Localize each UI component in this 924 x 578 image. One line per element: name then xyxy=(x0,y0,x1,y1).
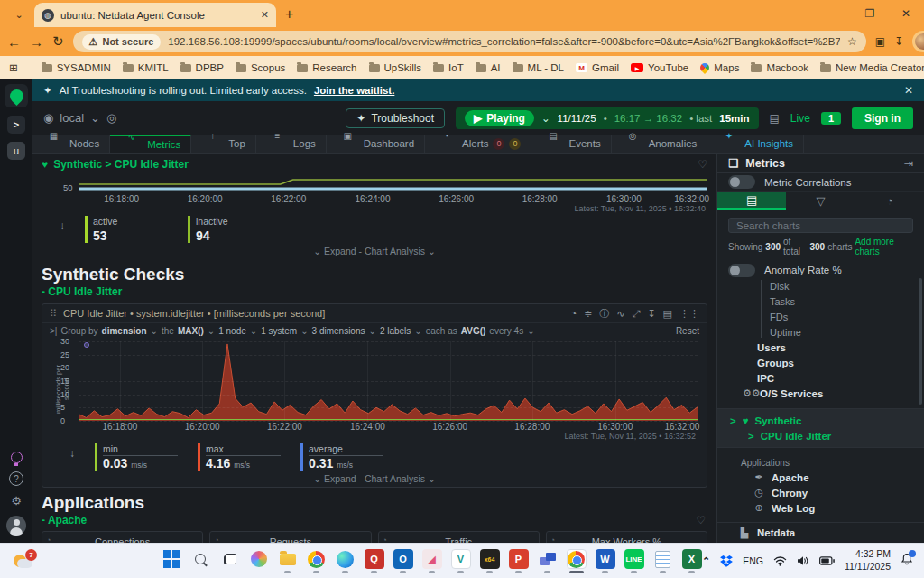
metric-correlations-toggle[interactable] xyxy=(728,175,755,189)
favorite-heart-icon[interactable]: ♡ xyxy=(696,514,706,527)
tab-alerts[interactable]: ◔Alerts00 xyxy=(425,135,531,153)
bookmark-folder[interactable]: IoT xyxy=(433,62,464,73)
back-icon[interactable]: ← xyxy=(7,34,21,50)
tree-item-synthetic[interactable]: >♥Synthetic xyxy=(717,413,924,428)
bookmark-folder[interactable]: ML - DL xyxy=(513,62,564,73)
tree-item-ipc[interactable]: IPC xyxy=(717,370,924,386)
banner-close-icon[interactable]: ✕ xyxy=(904,84,913,97)
settings-gear-icon[interactable]: ⚙ xyxy=(11,494,22,508)
p-app-button[interactable]: P xyxy=(507,549,530,574)
drag-handle-icon[interactable]: ⠿ xyxy=(50,308,57,320)
downloads-icon[interactable]: ↧ xyxy=(894,35,903,48)
bookmark-folder[interactable]: Macbook xyxy=(751,62,808,73)
tree-item-chrony[interactable]: ◷Chrony xyxy=(717,485,924,500)
tab-nodes[interactable]: ▦Nodes xyxy=(32,135,110,153)
tree-item-users[interactable]: Users xyxy=(717,340,924,355)
collapse-sidebar-icon[interactable]: ⇥ xyxy=(904,156,913,170)
start-button[interactable] xyxy=(161,549,183,574)
notifications-bell[interactable] xyxy=(901,553,913,569)
outlook-button[interactable]: O xyxy=(392,549,414,574)
sidebar-tab-filters[interactable]: ▽ xyxy=(786,192,855,210)
x64-app-button[interactable]: x64 xyxy=(478,549,501,574)
playing-button[interactable]: ▶Playing xyxy=(465,110,534,126)
lightbulb-icon[interactable] xyxy=(11,452,23,463)
sort-arrow-icon[interactable]: ↓ xyxy=(60,219,65,232)
reset-button[interactable]: Reset xyxy=(676,326,699,336)
bookmark-folder[interactable]: Research xyxy=(297,62,356,73)
bookmark-gmail[interactable]: MGmail xyxy=(576,62,619,73)
section-link-apache[interactable]: - Apache ♡ xyxy=(42,514,716,527)
tree-item-fds[interactable]: FDs xyxy=(717,309,924,324)
gauge-requests[interactable]: ◔ Requests 0.0000 xyxy=(209,531,371,543)
expand-chart-analysis-2[interactable]: ⌄ Expand - Chart Analysis ⌄ xyxy=(42,473,707,487)
search-button[interactable] xyxy=(189,549,212,574)
legend-item-min[interactable]: min 0.03 ms/s xyxy=(95,443,178,471)
dropbox-icon[interactable] xyxy=(720,555,733,567)
tree-item-cpu-idle-jitter[interactable]: >CPU Idle Jitter xyxy=(717,428,924,443)
bookmark-folder[interactable]: AI xyxy=(476,62,501,73)
reload-icon[interactable]: ↻ xyxy=(52,33,64,50)
collapse-icon[interactable]: >| xyxy=(50,326,57,336)
clock[interactable]: 4:32 PM 11/11/2025 xyxy=(845,548,891,573)
chrome-button[interactable] xyxy=(305,549,328,574)
download-icon[interactable]: ↧ xyxy=(647,308,655,320)
workspace-tile-u[interactable]: u xyxy=(7,142,25,160)
tab-top[interactable]: ↑Top xyxy=(191,135,256,153)
chart-breadcrumb[interactable]: ♥ Synthetic > CPU Idle Jitter ♡ xyxy=(32,154,716,173)
legend-item-inactive[interactable]: inactive 94 xyxy=(188,216,271,243)
edge-button[interactable] xyxy=(334,549,356,574)
tab-search-button[interactable]: ⌄ xyxy=(7,5,31,23)
tree-item-groups[interactable]: Groups xyxy=(717,355,924,370)
gauge-connections[interactable]: ◔ Connections 1 xyxy=(42,531,203,543)
window-close-button[interactable]: ✕ xyxy=(888,0,924,27)
not-secure-badge[interactable]: ⚠Not secure xyxy=(82,34,162,50)
language-indicator[interactable]: ENG xyxy=(743,555,763,566)
gauge-traffic[interactable]: ◔ Traffic xyxy=(378,531,540,543)
bookmark-folder[interactable]: Scopus xyxy=(236,62,285,73)
window-minimize-button[interactable]: — xyxy=(816,0,852,27)
tree-item-disk[interactable]: Disk xyxy=(717,278,924,294)
chrome-active-button[interactable] xyxy=(565,549,587,574)
tree-item-uptime[interactable]: Uptime xyxy=(717,324,924,340)
user-avatar[interactable] xyxy=(6,516,26,536)
node-settings-icon[interactable]: ◎ xyxy=(106,111,116,125)
drag-grid-icon[interactable]: ⋮⋮ xyxy=(679,308,699,320)
bookmark-maps[interactable]: Maps xyxy=(700,62,739,73)
labels-dropdown[interactable]: 2 labels xyxy=(380,326,411,336)
favorite-heart-icon[interactable]: ♡ xyxy=(698,158,707,171)
info-icon[interactable]: ⓘ xyxy=(599,307,609,321)
tree-item-netdata[interactable]: ▙Netdata xyxy=(717,523,924,543)
tree-item-tasks[interactable]: Tasks xyxy=(717,294,924,309)
excel-button[interactable]: X xyxy=(680,549,703,574)
tab-logs[interactable]: ≡Logs xyxy=(256,135,327,153)
sign-in-button[interactable]: Sign in xyxy=(852,107,913,129)
sort-arrow-icon[interactable]: ↓ xyxy=(69,447,75,460)
time-range-picker[interactable]: ▶Playing ⌄ 11/11/25 • 16:17 → 16:32 • la… xyxy=(456,107,758,129)
tab-close-icon[interactable]: ✕ xyxy=(261,9,269,21)
profile-button[interactable]: School xyxy=(912,31,924,52)
sidebar-tab-alerts[interactable]: ◔ xyxy=(855,192,924,210)
copilot-button[interactable] xyxy=(247,549,270,574)
troubleshoot-button[interactable]: ✦Troubleshoot xyxy=(346,108,445,128)
aggregation-dropdown[interactable]: MAX() xyxy=(178,326,204,336)
battery-icon[interactable] xyxy=(819,556,835,565)
instances-dropdown[interactable]: 1 system xyxy=(261,326,297,336)
tree-item-apache[interactable]: ✒Apache xyxy=(717,470,924,485)
tab-dashboard[interactable]: ▣Dashboard xyxy=(327,135,425,153)
wifi-icon[interactable] xyxy=(773,555,787,566)
netdata-logo[interactable] xyxy=(5,84,28,107)
alerts-bell-icon[interactable]: ◔ xyxy=(570,308,577,319)
tree-item-os-services[interactable]: ⚙⚙O/S Services xyxy=(717,386,924,401)
expand-chart-analysis-1[interactable]: ⌄ Expand - Chart Analysis ⌄ xyxy=(32,246,716,259)
tab-anomalies[interactable]: ◎Anomalies xyxy=(612,135,708,153)
apps-grid-icon[interactable]: ⊞ xyxy=(9,61,18,74)
each-as-dropdown[interactable]: AVG() xyxy=(461,326,486,336)
remote-desktop-button[interactable] xyxy=(536,549,559,574)
file-explorer-button[interactable] xyxy=(276,549,299,574)
dimensions-dropdown[interactable]: 3 dimensions xyxy=(312,326,365,336)
anomalies-icon[interactable]: ∿ xyxy=(616,308,624,320)
node-selector[interactable]: ◉ local ⌄ ◎ xyxy=(43,111,116,125)
groupby-dimension-dropdown[interactable]: dimension xyxy=(102,326,147,336)
waitlist-link[interactable]: Join the waitlist. xyxy=(314,85,394,96)
nodes-dropdown[interactable]: 1 node xyxy=(218,326,246,336)
